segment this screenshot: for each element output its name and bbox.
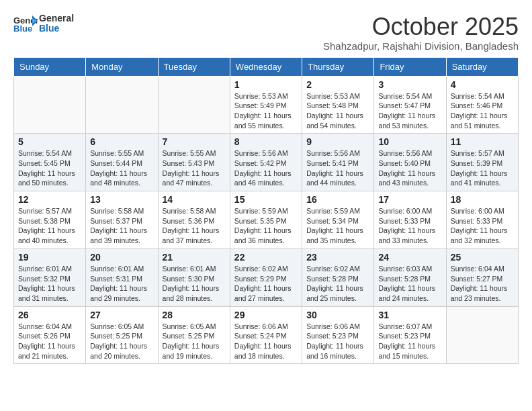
table-row: 1Sunrise: 5:53 AM Sunset: 5:49 PM Daylig… bbox=[230, 76, 302, 134]
day-info: Sunrise: 5:57 AM Sunset: 5:38 PM Dayligh… bbox=[18, 206, 81, 246]
day-info: Sunrise: 6:01 AM Sunset: 5:30 PM Dayligh… bbox=[163, 264, 226, 304]
day-number: 4 bbox=[451, 79, 514, 90]
day-info: Sunrise: 6:06 AM Sunset: 5:23 PM Dayligh… bbox=[306, 322, 369, 361]
title-block: October 2025 Shahzadpur, Rajshahi Divisi… bbox=[323, 13, 519, 52]
day-number: 9 bbox=[306, 136, 369, 147]
day-info: Sunrise: 5:53 AM Sunset: 5:49 PM Dayligh… bbox=[234, 91, 298, 131]
table-row: 27Sunrise: 6:05 AM Sunset: 5:25 PM Dayli… bbox=[86, 306, 158, 364]
table-row: 15Sunrise: 5:59 AM Sunset: 5:35 PM Dayli… bbox=[230, 191, 302, 249]
day-info: Sunrise: 5:58 AM Sunset: 5:37 PM Dayligh… bbox=[90, 206, 153, 246]
day-info: Sunrise: 5:54 AM Sunset: 5:46 PM Dayligh… bbox=[451, 91, 514, 131]
table-row: 30Sunrise: 6:06 AM Sunset: 5:23 PM Dayli… bbox=[302, 306, 374, 364]
header-friday: Friday bbox=[374, 57, 446, 76]
table-row: 24Sunrise: 6:03 AM Sunset: 5:28 PM Dayli… bbox=[374, 248, 446, 306]
page-container: General Blue General Blue October 2025 S… bbox=[0, 0, 532, 371]
day-info: Sunrise: 6:01 AM Sunset: 5:32 PM Dayligh… bbox=[18, 264, 81, 304]
table-row: 31Sunrise: 6:07 AM Sunset: 5:23 PM Dayli… bbox=[374, 306, 446, 364]
svg-text:Blue: Blue bbox=[13, 24, 32, 33]
day-number: 24 bbox=[378, 252, 441, 263]
day-number: 28 bbox=[163, 310, 226, 320]
day-number: 12 bbox=[18, 194, 81, 205]
table-row: 8Sunrise: 5:56 AM Sunset: 5:42 PM Daylig… bbox=[230, 134, 302, 191]
table-row: 9Sunrise: 5:56 AM Sunset: 5:41 PM Daylig… bbox=[302, 134, 374, 191]
day-number: 15 bbox=[234, 194, 298, 205]
day-info: Sunrise: 5:56 AM Sunset: 5:42 PM Dayligh… bbox=[234, 148, 298, 188]
table-row: 26Sunrise: 6:04 AM Sunset: 5:26 PM Dayli… bbox=[14, 306, 86, 364]
month-title: October 2025 bbox=[323, 13, 519, 40]
day-number: 31 bbox=[378, 310, 441, 320]
day-number: 27 bbox=[90, 310, 153, 320]
logo: General Blue General Blue bbox=[13, 13, 74, 34]
day-number: 20 bbox=[90, 252, 153, 263]
day-info: Sunrise: 6:02 AM Sunset: 5:29 PM Dayligh… bbox=[234, 264, 298, 304]
table-row: 4Sunrise: 5:54 AM Sunset: 5:46 PM Daylig… bbox=[446, 76, 518, 134]
day-number: 16 bbox=[306, 194, 369, 205]
day-info: Sunrise: 6:04 AM Sunset: 5:27 PM Dayligh… bbox=[451, 264, 514, 304]
day-number: 19 bbox=[18, 252, 81, 263]
table-row: 7Sunrise: 5:55 AM Sunset: 5:43 PM Daylig… bbox=[158, 134, 230, 191]
table-row: 13Sunrise: 5:58 AM Sunset: 5:37 PM Dayli… bbox=[86, 191, 158, 249]
header-wednesday: Wednesday bbox=[230, 57, 302, 76]
table-row: 12Sunrise: 5:57 AM Sunset: 5:38 PM Dayli… bbox=[14, 191, 86, 249]
table-row: 18Sunrise: 6:00 AM Sunset: 5:33 PM Dayli… bbox=[446, 191, 518, 249]
header-thursday: Thursday bbox=[302, 57, 374, 76]
day-number: 18 bbox=[451, 194, 514, 205]
day-info: Sunrise: 6:02 AM Sunset: 5:28 PM Dayligh… bbox=[306, 264, 369, 304]
day-number: 13 bbox=[90, 194, 153, 205]
calendar-body: 1Sunrise: 5:53 AM Sunset: 5:49 PM Daylig… bbox=[14, 76, 519, 364]
day-info: Sunrise: 5:55 AM Sunset: 5:44 PM Dayligh… bbox=[90, 148, 153, 188]
table-row: 20Sunrise: 6:01 AM Sunset: 5:31 PM Dayli… bbox=[86, 248, 158, 306]
day-info: Sunrise: 5:59 AM Sunset: 5:34 PM Dayligh… bbox=[306, 206, 369, 246]
day-info: Sunrise: 6:01 AM Sunset: 5:31 PM Dayligh… bbox=[90, 264, 153, 304]
location: Shahzadpur, Rajshahi Division, Banglades… bbox=[323, 40, 519, 52]
table-row bbox=[158, 76, 230, 134]
day-info: Sunrise: 6:05 AM Sunset: 5:25 PM Dayligh… bbox=[90, 322, 153, 361]
header: General Blue General Blue October 2025 S… bbox=[13, 13, 519, 52]
header-sunday: Sunday bbox=[14, 57, 86, 76]
table-row: 3Sunrise: 5:54 AM Sunset: 5:47 PM Daylig… bbox=[374, 76, 446, 134]
table-row: 19Sunrise: 6:01 AM Sunset: 5:32 PM Dayli… bbox=[14, 248, 86, 306]
day-number: 21 bbox=[163, 252, 226, 263]
day-info: Sunrise: 6:03 AM Sunset: 5:28 PM Dayligh… bbox=[378, 264, 441, 304]
table-row: 14Sunrise: 5:58 AM Sunset: 5:36 PM Dayli… bbox=[158, 191, 230, 249]
table-row bbox=[446, 306, 518, 364]
day-info: Sunrise: 5:54 AM Sunset: 5:47 PM Dayligh… bbox=[378, 91, 441, 131]
day-number: 10 bbox=[378, 136, 441, 147]
table-row: 21Sunrise: 6:01 AM Sunset: 5:30 PM Dayli… bbox=[158, 248, 230, 306]
day-number: 25 bbox=[451, 252, 514, 263]
day-info: Sunrise: 5:56 AM Sunset: 5:40 PM Dayligh… bbox=[378, 148, 441, 188]
logo-icon: General Blue bbox=[13, 14, 38, 33]
day-number: 14 bbox=[163, 194, 226, 205]
day-number: 30 bbox=[306, 310, 369, 320]
table-row: 25Sunrise: 6:04 AM Sunset: 5:27 PM Dayli… bbox=[446, 248, 518, 306]
table-row: 2Sunrise: 5:53 AM Sunset: 5:48 PM Daylig… bbox=[302, 76, 374, 134]
day-info: Sunrise: 6:00 AM Sunset: 5:33 PM Dayligh… bbox=[451, 206, 514, 246]
table-row: 6Sunrise: 5:55 AM Sunset: 5:44 PM Daylig… bbox=[86, 134, 158, 191]
day-info: Sunrise: 5:53 AM Sunset: 5:48 PM Dayligh… bbox=[306, 91, 369, 131]
table-row: 22Sunrise: 6:02 AM Sunset: 5:29 PM Dayli… bbox=[230, 248, 302, 306]
day-number: 8 bbox=[234, 136, 298, 147]
day-info: Sunrise: 6:04 AM Sunset: 5:26 PM Dayligh… bbox=[18, 322, 81, 361]
day-number: 17 bbox=[378, 194, 441, 205]
day-number: 2 bbox=[306, 79, 369, 90]
table-row: 5Sunrise: 5:54 AM Sunset: 5:45 PM Daylig… bbox=[14, 134, 86, 191]
day-info: Sunrise: 6:06 AM Sunset: 5:24 PM Dayligh… bbox=[234, 322, 298, 361]
table-row: 10Sunrise: 5:56 AM Sunset: 5:40 PM Dayli… bbox=[374, 134, 446, 191]
table-row: 29Sunrise: 6:06 AM Sunset: 5:24 PM Dayli… bbox=[230, 306, 302, 364]
day-number: 23 bbox=[306, 252, 369, 263]
day-info: Sunrise: 6:07 AM Sunset: 5:23 PM Dayligh… bbox=[378, 322, 441, 361]
day-number: 11 bbox=[451, 136, 514, 147]
logo-blue-text: Blue bbox=[39, 24, 74, 34]
calendar-header: Sunday Monday Tuesday Wednesday Thursday… bbox=[14, 57, 519, 76]
day-info: Sunrise: 5:54 AM Sunset: 5:45 PM Dayligh… bbox=[18, 148, 81, 188]
day-info: Sunrise: 5:57 AM Sunset: 5:39 PM Dayligh… bbox=[451, 148, 514, 188]
day-number: 5 bbox=[18, 136, 81, 147]
day-info: Sunrise: 5:59 AM Sunset: 5:35 PM Dayligh… bbox=[234, 206, 298, 246]
day-number: 3 bbox=[378, 79, 441, 90]
header-saturday: Saturday bbox=[446, 57, 518, 76]
table-row: 23Sunrise: 6:02 AM Sunset: 5:28 PM Dayli… bbox=[302, 248, 374, 306]
day-info: Sunrise: 6:05 AM Sunset: 5:25 PM Dayligh… bbox=[163, 322, 226, 361]
day-number: 26 bbox=[18, 310, 81, 320]
day-number: 1 bbox=[234, 79, 298, 90]
header-monday: Monday bbox=[86, 57, 158, 76]
